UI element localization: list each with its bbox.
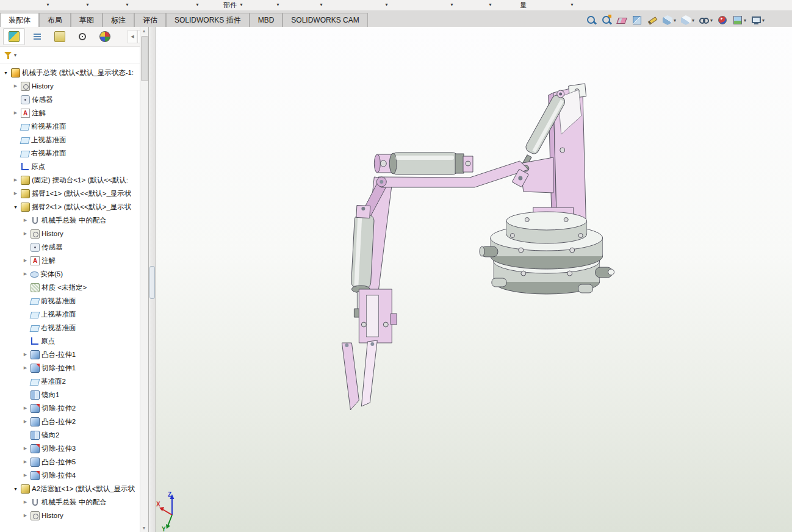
tree-item[interactable]: 上视基准面 [0, 307, 148, 321]
tree-item[interactable]: 镜向2 [0, 428, 148, 442]
toolbar-dropdown-arrow-icon[interactable]: ▼ [195, 2, 200, 7]
dimxpertmanager-tab[interactable] [72, 29, 93, 45]
expand-arrow-icon[interactable]: ▶ [12, 84, 19, 88]
ribbon-tab-SOLIDWORKS 插件[interactable]: SOLIDWORKS 插件 [166, 13, 250, 27]
scroll-down-icon[interactable] [140, 524, 148, 532]
expand-arrow-icon[interactable]: ▶ [22, 271, 29, 276]
propertymanager-tab[interactable] [27, 29, 48, 45]
tree-item[interactable]: ▶切除-拉伸4 [0, 469, 148, 482]
expand-arrow-icon[interactable]: ▶ [22, 513, 29, 518]
expand-arrow-icon[interactable]: ▼ [12, 205, 19, 209]
tree-item[interactable]: ▶实体(5) [0, 267, 148, 281]
tree-item[interactable]: 右视基准面 [0, 146, 148, 160]
tree-item[interactable]: ▶机械手总装 中的配合 [0, 214, 148, 227]
ribbon-tab-MBD[interactable]: MBD [250, 13, 283, 27]
scroll-up-icon[interactable] [140, 27, 148, 35]
ribbon-tab-布局[interactable]: 布局 [39, 13, 71, 27]
tree-item[interactable]: ▼A2活塞缸<1> (默认<默认_显示状 [0, 482, 148, 495]
toolbar-dropdown-arrow-icon[interactable]: ▼ [85, 2, 90, 7]
apply-scene-button[interactable]: ▾ [732, 14, 747, 26]
tree-item[interactable]: 材质 <未指定> [0, 281, 148, 294]
tree-scrollbar[interactable] [140, 27, 148, 532]
tree-item[interactable]: ▶切除-拉伸1 [0, 361, 148, 375]
tree-item[interactable]: ▼机械手总装 (默认<默认_显示状态-1: [0, 66, 148, 79]
toolbar-dropdown-arrow-icon[interactable]: ▼ [46, 2, 50, 7]
expand-arrow-icon[interactable]: ▶ [22, 500, 29, 505]
robot-arm-model[interactable] [342, 84, 614, 410]
tree-item[interactable]: ▶History [0, 509, 148, 522]
zoom-to-area-button[interactable] [600, 14, 613, 26]
tree-item[interactable]: ▶切除-拉伸2 [0, 401, 148, 415]
tree-item[interactable]: 原点 [0, 334, 148, 348]
view-orientation-button[interactable]: ▾ [661, 14, 677, 26]
hide-show-items-button[interactable]: ▾ [698, 14, 713, 26]
featuremanager-tab[interactable] [3, 28, 25, 45]
ribbon-tab-装配体[interactable]: 装配体 [0, 13, 39, 27]
expand-arrow-icon[interactable]: ▼ [2, 71, 9, 75]
dropdown-arrow-icon[interactable]: ▾ [674, 18, 676, 23]
ribbon-tab-草图[interactable]: 草图 [71, 13, 103, 27]
tree-item[interactable]: ▶注解 [0, 254, 148, 267]
tree-item[interactable]: 右视基准面 [0, 321, 148, 334]
expand-arrow-icon[interactable]: ▶ [22, 218, 29, 223]
filter-icon[interactable] [4, 51, 12, 60]
previous-view-button[interactable] [616, 14, 628, 26]
dropdown-arrow-icon[interactable]: ▾ [762, 18, 765, 23]
toolbar-dropdown-arrow-icon[interactable]: ▼ [239, 2, 243, 7]
toolbar-dropdown-arrow-icon[interactable]: ▼ [570, 2, 574, 7]
splitter-handle[interactable] [149, 266, 155, 299]
dropdown-arrow-icon[interactable]: ▾ [710, 18, 713, 23]
expand-arrow-icon[interactable]: ▶ [22, 406, 29, 411]
tree-item[interactable]: ▶(固定) 摆动台<1> (默认<<默认: [0, 173, 148, 187]
tree-item[interactable]: ▼摇臂2<1> (默认<<默认>_显示状 [0, 200, 148, 214]
expand-arrow-icon[interactable]: ▶ [12, 191, 19, 196]
tree-item[interactable]: 基准面2 [0, 375, 148, 388]
displaymanager-tab[interactable] [95, 29, 115, 45]
expand-arrow-icon[interactable]: ▶ [22, 459, 29, 464]
expand-arrow-icon[interactable]: ▶ [22, 365, 29, 370]
expand-arrow-icon[interactable]: ▶ [22, 231, 29, 236]
tree-item[interactable]: 上视基准面 [0, 133, 148, 146]
tree-item[interactable]: ▶凸台-拉伸1 [0, 348, 148, 361]
expand-arrow-icon[interactable]: ▶ [12, 178, 19, 182]
expand-arrow-icon[interactable]: ▶ [22, 419, 29, 424]
tree-item[interactable]: 原点 [0, 160, 148, 173]
toolbar-dropdown-arrow-icon[interactable]: ▼ [384, 2, 389, 7]
section-view-button[interactable] [631, 14, 643, 26]
ribbon-tab-标注[interactable]: 标注 [103, 13, 134, 27]
expand-arrow-icon[interactable]: ▶ [22, 352, 29, 357]
tree-item[interactable]: ▶History [0, 227, 148, 240]
tree-item[interactable]: ▶切除-拉伸3 [0, 442, 148, 455]
scrollbar-thumb[interactable] [141, 36, 148, 81]
toolbar-dropdown-arrow-icon[interactable]: ▼ [488, 2, 492, 7]
tree-item[interactable]: ▶History [0, 79, 148, 93]
tree-item[interactable]: ▶机械手总装 中的配合 [0, 495, 148, 509]
toolbar-dropdown-arrow-icon[interactable]: ▼ [276, 2, 280, 7]
expand-arrow-icon[interactable]: ▶ [22, 473, 29, 478]
dropdown-arrow-icon[interactable]: ▾ [692, 18, 694, 23]
expand-arrow-icon[interactable]: ▶ [12, 110, 19, 115]
tree-item[interactable]: ▶凸台-拉伸5 [0, 455, 148, 469]
annotation-view-button[interactable] [646, 14, 658, 26]
expand-arrow-icon[interactable]: ▶ [22, 258, 29, 263]
dropdown-arrow-icon[interactable]: ▾ [744, 18, 746, 23]
tree-item[interactable]: 前视基准面 [0, 120, 148, 133]
graphics-viewport[interactable]: Z X Y [156, 27, 792, 532]
filter-dropdown-arrow-icon[interactable]: ▾ [14, 52, 16, 58]
view-settings-button[interactable]: ▾ [750, 14, 765, 26]
expand-arrow-icon[interactable]: ▶ [22, 446, 29, 451]
tree-item[interactable]: 传感器 [0, 240, 148, 254]
ribbon-tab-评估[interactable]: 评估 [134, 13, 166, 27]
tree-item[interactable]: ▶凸台-拉伸2 [0, 415, 148, 428]
edit-appearance-button[interactable] [716, 14, 729, 26]
tree-item[interactable]: 传感器 [0, 93, 148, 106]
toolbar-dropdown-arrow-icon[interactable]: ▼ [125, 2, 129, 7]
display-style-button[interactable]: ▾ [680, 14, 695, 26]
toolbar-dropdown-arrow-icon[interactable]: ▼ [450, 2, 454, 7]
ribbon-tab-SOLIDWORKS CAM[interactable]: SOLIDWORKS CAM [283, 13, 367, 27]
tree-item[interactable]: ▶注解 [0, 106, 148, 120]
expand-arrow-icon[interactable]: ▼ [12, 487, 19, 491]
configurationmanager-tab[interactable] [49, 29, 70, 45]
zoom-to-fit-button[interactable] [585, 14, 597, 26]
tree-item[interactable]: ▶摇臂1<1> (默认<<默认>_显示状 [0, 187, 148, 200]
